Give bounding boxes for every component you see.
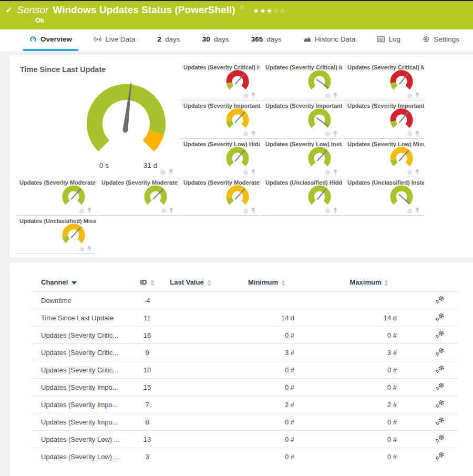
pin-icon[interactable] [169, 208, 173, 214]
channel-name[interactable]: Updates (Severity Impo... [32, 379, 129, 396]
channel-settings-button[interactable] [434, 295, 445, 306]
priority-stars[interactable]: ★★★☆☆ [253, 7, 286, 15]
gauge-panel-updates[interactable]: Updates (Severity Moderate) ... [180, 177, 260, 216]
pin-icon[interactable] [415, 93, 419, 98]
gear-icon[interactable] [243, 170, 249, 175]
column-header-min[interactable]: Minimum [215, 276, 318, 292]
pin-icon[interactable] [415, 208, 419, 214]
gear-icon[interactable] [243, 131, 249, 137]
gauge-panel-updates[interactable]: Updates (Severity Critical) Ins... [262, 62, 342, 100]
channel-settings-button[interactable] [434, 329, 445, 341]
gauge-panel-updates[interactable]: Updates (Severity Moderate) ... [16, 177, 96, 216]
gauge-panel-updates[interactable]: Updates (Severity Critical) Mi... [344, 62, 424, 100]
channel-name[interactable]: Updates (Severity Impo... [32, 413, 129, 431]
mini-gauge[interactable] [223, 145, 252, 171]
pin-icon[interactable] [251, 131, 255, 137]
mini-gauge[interactable] [387, 106, 416, 133]
pin-icon[interactable] [87, 246, 91, 252]
tab-settings[interactable]: Settings [416, 29, 466, 51]
mini-gauge[interactable] [305, 106, 334, 133]
channel-maximum: 0 # [318, 379, 420, 396]
channel-settings-button[interactable] [434, 399, 445, 410]
tab-overview[interactable]: Overview [23, 29, 78, 51]
channel-settings-button[interactable] [434, 347, 445, 358]
mini-gauge[interactable] [305, 68, 334, 94]
channel-name[interactable]: Downtime [32, 292, 129, 309]
channel-name[interactable]: Updates (Severity Critic... [32, 327, 129, 344]
gauge-panel-updates[interactable]: Updates (Severity Important) ... [180, 100, 260, 139]
tab-historic-data[interactable]: Historic Data [297, 29, 362, 51]
mini-gauge[interactable] [59, 183, 88, 209]
gauge-panel-updates[interactable]: Updates (Severity Critical) Hi... [180, 62, 260, 100]
tab-days-2[interactable]: 2days [151, 29, 187, 51]
gear-icon[interactable] [243, 93, 249, 98]
mini-gauge[interactable] [223, 183, 252, 209]
pin-icon[interactable] [333, 131, 337, 137]
channel-settings-button[interactable] [434, 433, 445, 445]
pin-icon[interactable] [333, 208, 337, 214]
column-header-channel[interactable]: Channel [32, 276, 129, 292]
pin-icon[interactable] [333, 93, 337, 98]
gauge-panel-updates[interactable]: Updates (Severity Important) ... [344, 100, 424, 139]
column-header-max[interactable]: Maximum [318, 276, 420, 292]
gear-icon[interactable] [407, 131, 413, 137]
mini-gauge[interactable] [387, 68, 416, 94]
gear-icon[interactable] [161, 208, 167, 214]
gauge-panel-time-since-last-update[interactable]: Time Since Last Update 0 s 31 d [16, 62, 178, 177]
mini-gauge[interactable] [223, 106, 252, 133]
gear-icon[interactable] [79, 208, 85, 214]
gear-icon[interactable] [325, 208, 331, 214]
gauge-panel-updates[interactable]: Updates (Severity Moderate) I... [98, 177, 178, 216]
mini-gauge[interactable] [387, 145, 416, 171]
gear-icon[interactable] [407, 170, 413, 175]
channel-settings-button[interactable] [434, 312, 445, 323]
column-header-id[interactable]: ID [129, 276, 166, 292]
tab-live-data[interactable]: Live Data [88, 29, 141, 51]
gauge-panel-updates[interactable]: Updates (Unclassified) Missing [16, 216, 96, 254]
mini-gauge[interactable] [387, 183, 416, 209]
channel-settings-button[interactable] [434, 416, 445, 428]
mini-gauge[interactable] [141, 183, 170, 209]
channel-settings-button[interactable] [434, 381, 445, 393]
channel-settings-button[interactable] [434, 451, 445, 462]
mini-gauge[interactable] [59, 221, 88, 248]
gauge-panel-updates[interactable]: Updates (Severity Important) ... [262, 100, 342, 139]
gauge-panel-updates[interactable]: Updates (Unclassified) Install... [344, 177, 424, 216]
flag-icon[interactable]: ⚐ [240, 4, 245, 11]
gear-icon[interactable] [243, 208, 249, 214]
gear-icon[interactable] [407, 208, 413, 214]
pin-icon[interactable] [87, 208, 91, 214]
gauge-panel-updates[interactable]: Updates (Severity Low) Missi... [344, 139, 424, 177]
gear-icon[interactable] [79, 247, 85, 252]
channel-name[interactable]: Updates (Severity Critic... [32, 344, 129, 361]
gear-icon[interactable] [325, 131, 331, 137]
channel-last-value [166, 431, 215, 448]
gauge-panel-updates[interactable]: Updates (Severity Low) Hidden [180, 139, 260, 177]
pin-icon[interactable] [415, 169, 419, 175]
pin-icon[interactable] [169, 169, 173, 175]
pin-icon[interactable] [251, 208, 255, 214]
column-header-last[interactable]: Last Value [166, 276, 215, 292]
gear-icon[interactable] [407, 93, 413, 98]
tab-log[interactable]: Log [371, 29, 407, 51]
mini-gauge[interactable] [305, 183, 334, 209]
pin-icon[interactable] [251, 169, 255, 175]
gear-icon[interactable] [325, 93, 331, 98]
tab-days-30[interactable]: 30days [196, 29, 235, 51]
tab-days-365[interactable]: 365days [245, 29, 288, 51]
channel-name[interactable]: Updates (Severity Low) ... [32, 431, 129, 448]
pin-icon[interactable] [251, 93, 255, 98]
pin-icon[interactable] [333, 169, 337, 175]
channel-settings-button[interactable] [434, 364, 445, 376]
gauge-panel-updates[interactable]: Updates (Severity Low) Install... [262, 139, 342, 177]
gear-icon[interactable] [160, 169, 166, 175]
channel-name[interactable]: Time Since Last Update [32, 309, 129, 327]
mini-gauge[interactable] [223, 68, 252, 94]
channel-name[interactable]: Updates (Severity Low) ... [32, 448, 129, 465]
gauge-panel-updates[interactable]: Updates (Unclassified) Hidden [262, 177, 342, 216]
mini-gauge[interactable] [305, 145, 334, 171]
gear-icon[interactable] [325, 170, 331, 175]
channel-name[interactable]: Updates (Severity Impo... [32, 396, 129, 413]
pin-icon[interactable] [415, 131, 419, 137]
channel-name[interactable]: Updates (Severity Critic... [32, 361, 129, 379]
